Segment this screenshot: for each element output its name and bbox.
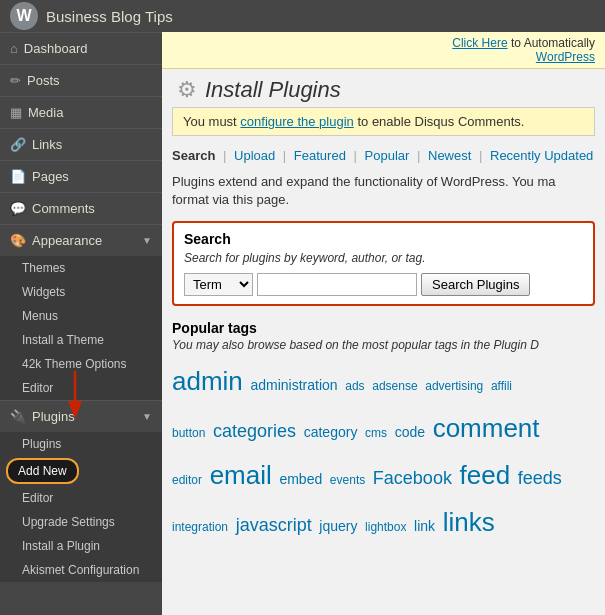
media-icon: ▦ [10,105,22,120]
config-suffix: to enable Disqus Comments. [354,114,525,129]
tag-feed[interactable]: feed [460,460,511,490]
tag-cms[interactable]: cms [365,426,387,440]
sidebar-item-themes[interactable]: Themes [0,256,162,280]
sidebar-section-comments: 💬 Comments [0,192,162,224]
sidebar-item-42k[interactable]: 42k Theme Options [0,352,162,376]
nav-newest[interactable]: Newest [428,148,471,163]
sidebar-item-akismet[interactable]: Akismet Configuration [0,558,162,582]
sidebar-item-add-new[interactable]: Add New [6,458,79,484]
sidebar-item-install-theme[interactable]: Install a Theme [0,328,162,352]
appearance-left: 🎨 Appearance [10,233,102,248]
tag-facebook[interactable]: Facebook [373,468,452,488]
sidebar-section-media: ▦ Media [0,96,162,128]
config-notice: You must configure the plugin to enable … [172,107,595,136]
tag-integration[interactable]: integration [172,520,228,534]
sidebar-item-label: Pages [32,169,69,184]
top-bar: W Business Blog Tips [0,0,605,32]
nav-featured[interactable]: Featured [294,148,346,163]
appearance-subitems: Themes Widgets Menus Install a Theme 42k… [0,256,162,400]
popular-tags: Popular tags You may also browse based o… [162,316,605,551]
search-section-title: Search [184,231,583,247]
tag-code[interactable]: code [395,424,425,440]
sidebar-section-pages: 📄 Pages [0,160,162,192]
tag-link[interactable]: link [414,518,435,534]
tag-category[interactable]: category [304,424,358,440]
sidebar-item-label: Links [32,137,62,152]
search-box: Search Search for plugins by keyword, au… [172,221,595,306]
nav-recently-updated[interactable]: Recently Updated [490,148,593,163]
plugins-left: 🔌 Plugins [10,409,75,424]
tag-categories[interactable]: categories [213,421,296,441]
notice-bar: Click Here to Automatically WordPress [162,32,605,69]
nav-upload[interactable]: Upload [234,148,275,163]
sidebar-section-links: 🔗 Links [0,128,162,160]
search-row: Term Author Tag Search Plugins [184,273,583,296]
search-hint: Search for plugins by keyword, author, o… [184,251,583,265]
sidebar-section-posts: ✏ Posts [0,64,162,96]
tag-affili[interactable]: affili [491,379,512,393]
tag-feeds[interactable]: feeds [518,468,562,488]
sidebar-item-upgrade-settings[interactable]: Upgrade Settings [0,510,162,534]
chevron-down-icon: ▼ [142,235,152,246]
sidebar-section-appearance: 🎨 Appearance ▼ Themes Widgets Menus Inst… [0,224,162,400]
nav-search[interactable]: Search [172,148,215,163]
tag-editor[interactable]: editor [172,473,202,487]
tag-events[interactable]: events [330,473,365,487]
tag-javascript[interactable]: javascript [236,515,312,535]
tag-embed[interactable]: embed [279,471,322,487]
sidebar-item-plugins-list[interactable]: Plugins [0,432,162,456]
appearance-icon: 🎨 [10,233,26,248]
sidebar-item-install-plugin[interactable]: Install a Plugin [0,534,162,558]
sidebar-item-appearance[interactable]: 🎨 Appearance ▼ [0,225,162,256]
tag-admin[interactable]: admin [172,366,243,396]
tag-comment[interactable]: comment [433,413,540,443]
chevron-down-icon: ▼ [142,411,152,422]
tag-lightbox[interactable]: lightbox [365,520,406,534]
term-select[interactable]: Term Author Tag [184,273,253,296]
sidebar-item-plugins-editor[interactable]: Editor [0,486,162,510]
posts-icon: ✏ [10,73,21,88]
tag-adsense[interactable]: adsense [372,379,417,393]
sidebar-item-label: Plugins [32,409,75,424]
sidebar-item-plugins[interactable]: 🔌 Plugins ▼ [0,401,162,432]
description: Plugins extend and expand the functional… [162,169,605,217]
config-prefix: You must [183,114,240,129]
sidebar-item-media[interactable]: ▦ Media [0,97,162,128]
sidebar-item-comments[interactable]: 💬 Comments [0,193,162,224]
click-here-link[interactable]: Click Here [452,36,507,50]
pages-icon: 📄 [10,169,26,184]
comments-icon: 💬 [10,201,26,216]
sidebar-section-dashboard: ⌂ Dashboard [0,32,162,64]
sidebar: ⌂ Dashboard ✏ Posts ▦ Media 🔗 Links [0,32,162,615]
layout: ⌂ Dashboard ✏ Posts ▦ Media 🔗 Links [0,32,605,615]
search-plugins-button[interactable]: Search Plugins [421,273,530,296]
nav-popular[interactable]: Popular [365,148,410,163]
sidebar-item-posts[interactable]: ✏ Posts [0,65,162,96]
configure-plugin-link[interactable]: configure the plugin [240,114,353,129]
tag-email[interactable]: email [210,460,272,490]
tag-ads[interactable]: ads [345,379,364,393]
tag-administration[interactable]: administration [250,377,337,393]
sidebar-item-links[interactable]: 🔗 Links [0,129,162,160]
wordpress-link[interactable]: WordPress [536,50,595,64]
sidebar-item-label: Comments [32,201,95,216]
tag-jquery[interactable]: jquery [319,518,357,534]
sidebar-item-label: Dashboard [24,41,88,56]
install-plugins-icon: ⚙ [177,77,197,103]
sidebar-section-plugins: 🔌 Plugins ▼ Plugins Add New Editor Upgra… [0,400,162,582]
site-title: Business Blog Tips [46,8,173,25]
sidebar-item-dashboard[interactable]: ⌂ Dashboard [0,33,162,64]
tag-links[interactable]: links [443,507,495,537]
plugins-icon: 🔌 [10,409,26,424]
page-title: Install Plugins [205,77,341,103]
popular-tags-hint: You may also browse based on the most po… [172,338,595,352]
sub-nav: Search | Upload | Featured | Popular | N… [162,144,605,169]
search-input[interactable] [257,273,417,296]
sidebar-item-menus[interactable]: Menus [0,304,162,328]
sidebar-item-appearance-editor[interactable]: Editor [0,376,162,400]
tag-button[interactable]: button [172,426,205,440]
tags-container: admin administration ads adsense adverti… [172,358,595,545]
tag-advertising[interactable]: advertising [425,379,483,393]
sidebar-item-widgets[interactable]: Widgets [0,280,162,304]
sidebar-item-pages[interactable]: 📄 Pages [0,161,162,192]
